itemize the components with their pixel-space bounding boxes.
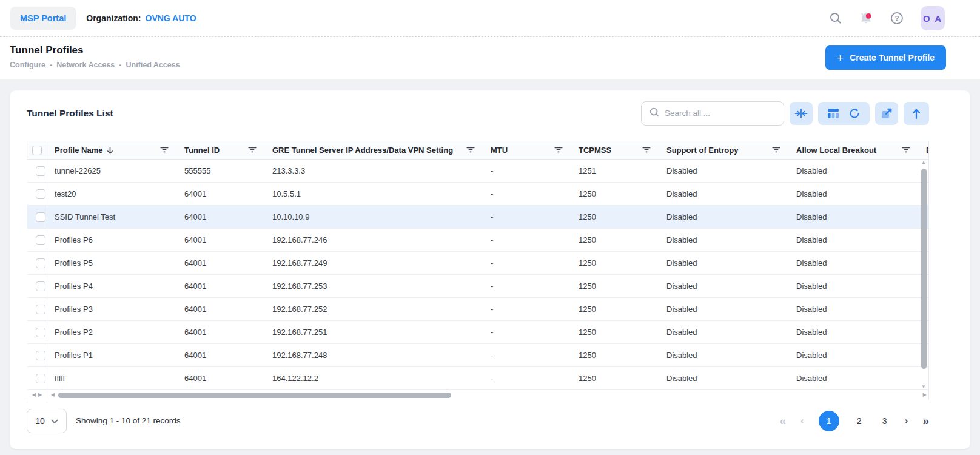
row-checkbox[interactable] bbox=[36, 189, 45, 199]
table-row[interactable]: SSID Tunnel Test 64001 10.10.10.9 - 1250… bbox=[27, 206, 928, 229]
chevron-down-icon bbox=[51, 416, 58, 426]
column-header-truncated[interactable]: E bbox=[919, 141, 928, 159]
cell-allow-local-breakout: Disabled bbox=[789, 206, 919, 228]
create-tunnel-profile-button[interactable]: + Create Tunnel Profile bbox=[825, 46, 946, 70]
row-checkbox-cell bbox=[27, 252, 47, 274]
filter-icon[interactable] bbox=[902, 146, 910, 155]
filter-icon[interactable] bbox=[248, 146, 257, 155]
last-page-button[interactable]: » bbox=[922, 415, 929, 426]
cell-tunnel-id: 555555 bbox=[177, 160, 265, 182]
column-header-tunnel-id[interactable]: Tunnel ID bbox=[177, 141, 265, 159]
scroll-left-icon[interactable]: ◀ bbox=[51, 393, 55, 397]
msp-portal-button[interactable]: MSP Portal bbox=[10, 7, 76, 30]
row-checkbox[interactable] bbox=[36, 328, 45, 337]
column-header-mtu[interactable]: MTU bbox=[483, 141, 571, 159]
page-size-select[interactable]: 10 bbox=[27, 409, 67, 433]
cell-tunnel-id: 64001 bbox=[177, 344, 265, 366]
table-row[interactable]: Profiles P6 64001 192.168.77.246 - 1250 … bbox=[27, 229, 928, 252]
breadcrumb-item-configure[interactable]: Configure bbox=[10, 61, 45, 69]
table-row[interactable]: test20 64001 10.5.5.1 - 1250 Disabled Di… bbox=[27, 183, 928, 206]
table-footer: 10 Showing 1 - 10 of 21 records « ‹ 1 2 … bbox=[27, 400, 929, 449]
select-all-checkbox[interactable] bbox=[32, 146, 42, 155]
help-icon[interactable]: ? bbox=[890, 11, 904, 25]
row-checkbox[interactable] bbox=[36, 212, 45, 222]
organization-value-link[interactable]: OVNG AUTO bbox=[146, 13, 196, 23]
filter-icon[interactable] bbox=[160, 146, 169, 155]
vertical-scrollbar[interactable]: ▲ ▼ bbox=[919, 160, 928, 389]
table-row[interactable]: fffff 64001 164.122.12.2 - 1250 Disabled… bbox=[27, 367, 928, 390]
table-controls bbox=[641, 101, 929, 126]
column-header-tcpmss[interactable]: TCPMSS bbox=[571, 141, 659, 159]
table-body: tunnel-22625 555555 213.3.3.3 - 1251 Dis… bbox=[27, 160, 928, 390]
column-settings-icon[interactable] bbox=[827, 108, 839, 119]
table-row[interactable]: Profiles P5 64001 192.168.77.249 - 1250 … bbox=[27, 252, 928, 275]
page-button-3[interactable]: 3 bbox=[879, 416, 890, 426]
cell-support-of-entropy: Disabled bbox=[659, 275, 789, 297]
breadcrumb-item-network-access[interactable]: Network Access bbox=[56, 61, 115, 69]
notifications-bell-icon[interactable] bbox=[859, 11, 873, 25]
table-row[interactable]: Profiles P3 64001 192.168.77.252 - 1250 … bbox=[27, 298, 928, 321]
refresh-icon[interactable] bbox=[848, 107, 861, 120]
row-checkbox[interactable] bbox=[36, 374, 45, 383]
vertical-scrollbar-thumb[interactable] bbox=[921, 169, 927, 369]
table-row[interactable]: Profiles P2 64001 192.168.77.251 - 1250 … bbox=[27, 321, 928, 344]
cell-tunnel-id: 64001 bbox=[177, 298, 265, 320]
first-page-button[interactable]: « bbox=[780, 415, 787, 426]
breadcrumb: Configure - Network Access - Unified Acc… bbox=[10, 61, 180, 69]
table-row[interactable]: Profiles P1 64001 192.168.77.248 - 1250 … bbox=[27, 344, 928, 367]
page-button-2[interactable]: 2 bbox=[854, 416, 865, 426]
row-checkbox[interactable] bbox=[36, 305, 45, 314]
scroll-up-icon[interactable]: ▲ bbox=[921, 160, 926, 165]
export-button[interactable] bbox=[904, 102, 929, 125]
cell-allow-local-breakout: Disabled bbox=[789, 344, 919, 366]
cell-profile-name: test20 bbox=[47, 183, 177, 205]
organization: Organization: OVNG AUTO bbox=[86, 13, 196, 23]
search-input[interactable] bbox=[665, 109, 776, 118]
page-button-1[interactable]: 1 bbox=[819, 411, 839, 431]
filter-icon[interactable] bbox=[772, 146, 780, 155]
column-header-allow-local-breakout[interactable]: Allow Local Breakout bbox=[789, 141, 919, 159]
row-checkbox-cell bbox=[27, 206, 47, 228]
page-header-left: Tunnel Profiles Configure - Network Acce… bbox=[10, 44, 180, 69]
cell-allow-local-breakout: Disabled bbox=[789, 298, 919, 320]
row-checkbox[interactable] bbox=[36, 235, 45, 245]
cell-support-of-entropy: Disabled bbox=[659, 298, 789, 320]
row-checkbox[interactable] bbox=[36, 166, 45, 176]
next-page-button[interactable]: › bbox=[905, 416, 908, 426]
filter-icon[interactable] bbox=[466, 146, 475, 155]
table-row[interactable]: tunnel-22625 555555 213.3.3.3 - 1251 Dis… bbox=[27, 160, 928, 183]
column-header-support-of-entropy[interactable]: Support of Entropy bbox=[659, 141, 789, 159]
cell-mtu: - bbox=[483, 298, 571, 320]
row-checkbox[interactable] bbox=[36, 351, 45, 360]
filter-icon[interactable] bbox=[642, 146, 651, 155]
filter-icon[interactable] bbox=[554, 146, 563, 155]
cell-mtu: - bbox=[483, 206, 571, 228]
scroll-right-icon[interactable]: ▶ bbox=[923, 393, 927, 397]
scroll-down-icon[interactable]: ▼ bbox=[921, 385, 926, 389]
column-header-profile-name[interactable]: Profile Name bbox=[47, 141, 177, 159]
column-label: Allow Local Breakout bbox=[796, 146, 876, 155]
previous-page-button[interactable]: ‹ bbox=[800, 416, 804, 426]
row-checkbox-cell bbox=[27, 160, 47, 182]
global-search-icon[interactable] bbox=[829, 12, 842, 25]
cell-support-of-entropy: Disabled bbox=[659, 344, 789, 366]
table-row[interactable]: Profiles P4 64001 192.168.77.253 - 1250 … bbox=[27, 275, 928, 298]
horizontal-scrollbar-thumb[interactable] bbox=[58, 393, 451, 398]
header-checkbox-cell bbox=[27, 141, 47, 159]
breadcrumb-item-unified-access[interactable]: Unified Access bbox=[126, 61, 180, 69]
scroll-left-icon[interactable]: ◀ bbox=[32, 393, 36, 397]
column-header-gre-ip[interactable]: GRE Tunnel Server IP Address/Data VPN Se… bbox=[265, 141, 483, 159]
topbar: MSP Portal Organization: OVNG AUTO ? O A bbox=[0, 0, 980, 37]
open-in-new-button[interactable] bbox=[875, 102, 898, 125]
scroll-right-icon[interactable]: ▶ bbox=[38, 393, 42, 397]
cell-profile-name: Profiles P3 bbox=[47, 298, 177, 320]
row-checkbox[interactable] bbox=[36, 281, 45, 291]
collapse-columns-button[interactable] bbox=[790, 102, 813, 125]
cell-tunnel-id: 64001 bbox=[177, 206, 265, 228]
table-search-box[interactable] bbox=[641, 101, 784, 126]
user-avatar[interactable]: O A bbox=[921, 6, 945, 30]
cell-mtu: - bbox=[483, 321, 571, 343]
sort-desc-icon[interactable] bbox=[107, 146, 113, 155]
horizontal-scrollbar[interactable]: ◀ ▶ ◀ ▶ bbox=[27, 390, 928, 400]
row-checkbox[interactable] bbox=[36, 258, 45, 268]
